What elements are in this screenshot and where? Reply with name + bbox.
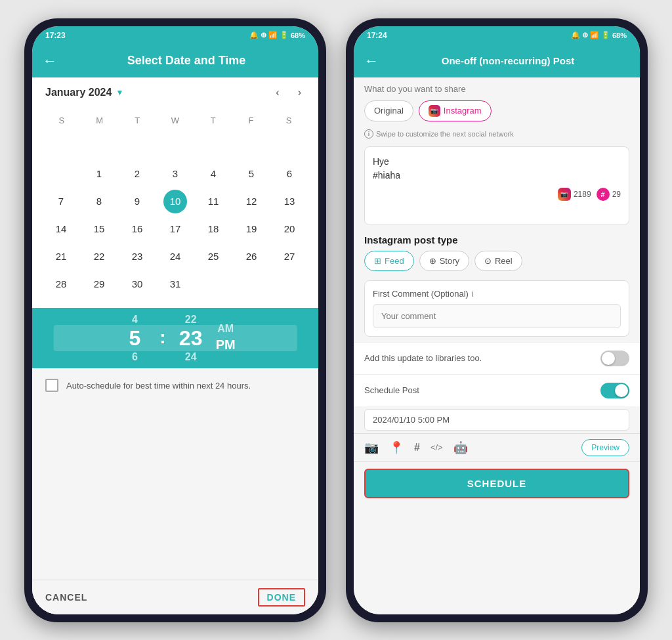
date-field[interactable]: 2024/01/10 5:00 PM [364,409,629,431]
month-label[interactable]: January 2024 ▼ [45,87,123,98]
camera-icon[interactable]: 📷 [364,440,379,455]
day-cell-1[interactable]: 1 [81,161,117,187]
day-cell-24[interactable]: 24 [157,244,194,270]
char-count: 2189 [574,190,591,199]
auto-schedule-checkbox[interactable] [45,379,58,392]
day-cell-12[interactable]: 12 [233,188,270,215]
schedule-button[interactable]: SCHEDULE [364,469,629,498]
day-cell-7[interactable]: 7 [43,188,79,215]
code-icon[interactable]: </> [430,442,443,452]
am-option[interactable]: AM [217,323,234,335]
day-cell-3[interactable]: 3 [157,161,194,187]
day-cell [271,133,308,160]
library-toggle[interactable] [600,351,629,366]
prev-month-button[interactable]: ‹ [272,85,283,100]
day-cell-27[interactable]: 27 [271,244,308,270]
day-cell-19[interactable]: 19 [233,216,270,242]
time-picker[interactable]: 4 5 6 : 22 23 24 AM PM [32,308,318,369]
hour-above: 4 [132,313,138,326]
day-cell-15[interactable]: 15 [81,216,117,242]
instagram-tab[interactable]: 📷 Instagram [419,100,492,121]
original-tab[interactable]: Original [364,100,413,121]
day-header-s2: S [270,113,308,128]
story-tab-label: Story [440,256,459,266]
comment-info-icon: i [472,289,474,299]
instagram-icon: 📷 [429,105,440,117]
done-button[interactable]: DONE [258,588,305,607]
back-button-right[interactable]: ← [364,53,379,70]
post-textarea-wrap[interactable]: Hye #hiaha 📷 2189 # 29 [364,146,629,225]
status-time-left: 17:23 [45,31,66,40]
hash-count-badge: # 29 [597,188,621,201]
day-cell-4[interactable]: 4 [195,161,232,187]
day-cell-21[interactable]: 21 [43,244,79,270]
day-cell-30[interactable]: 30 [119,271,156,297]
swipe-hint: i Swipe to customize the next social net… [354,128,640,144]
day-cell-16[interactable]: 16 [119,216,156,242]
reel-tab[interactable]: ⊙ Reel [474,251,522,271]
day-cell-31[interactable]: 31 [157,271,194,297]
post-stats: 📷 2189 # 29 [373,188,621,201]
schedule-toggle-row: Schedule Post [354,374,640,406]
story-icon: ⊕ [429,256,436,266]
day-cell-29[interactable]: 29 [81,271,117,297]
day-cell-13[interactable]: 13 [271,188,308,215]
day-cell-28[interactable]: 28 [43,271,79,297]
day-header-t1: T [118,113,156,128]
day-cell-14[interactable]: 14 [43,216,79,242]
day-cell [233,133,270,160]
bot-icon[interactable]: 🤖 [453,440,468,455]
day-cell [195,271,232,297]
day-cell-5[interactable]: 5 [233,161,270,187]
cancel-button[interactable]: CANCEL [45,592,87,603]
day-cell-22[interactable]: 22 [81,244,117,270]
min-above: 22 [185,313,197,326]
day-cell [233,271,270,297]
comment-input[interactable] [373,304,621,328]
comment-header-label: First Comment (Optional) [373,289,469,299]
page-title-right: One-off (non-recurring) Post [387,55,629,66]
day-cell-26[interactable]: 26 [233,244,270,270]
day-cell-20[interactable]: 20 [271,216,308,242]
day-cell-9[interactable]: 9 [119,188,156,215]
back-button-left[interactable]: ← [43,53,57,70]
month-dropdown-icon[interactable]: ▼ [116,88,123,97]
day-cell-18[interactable]: 18 [195,216,232,242]
day-cell-25[interactable]: 25 [195,244,232,270]
post-text[interactable]: Hye #hiaha [373,155,621,182]
post-type-section: Instagram post type ⊞ Feed ⊕ Story ⊙ Ree… [354,228,640,275]
feed-tab[interactable]: ⊞ Feed [364,251,414,271]
hashtag-toolbar-icon[interactable]: # [414,442,420,454]
status-icons-left: 🔔 ⊕ 📶 🔋 🕐 ⚙ 📶 📶 📶 🔋 68% 68% [249,31,305,39]
day-cell-11[interactable]: 11 [195,188,232,215]
day-cell-8[interactable]: 8 [81,188,117,215]
story-tab[interactable]: ⊕ Story [419,251,469,271]
schedule-toggle[interactable] [600,383,629,398]
next-month-button[interactable]: › [294,85,305,100]
header-left: ← Select Date and Time [32,45,318,77]
auto-schedule-row[interactable]: Auto-schedule for best time within next … [32,368,318,402]
bottom-bar-left: CANCEL DONE [32,580,318,614]
library-label: Add this update to libraries too. [364,353,482,363]
location-icon[interactable]: 📍 [389,440,404,455]
post-content: What do you want to share Original 📷 Ins… [354,77,640,614]
calendar-content: January 2024 ▼ ‹ › S M T W T F S [32,77,318,614]
day-header-t2: T [194,113,232,128]
left-phone: 17:23 🔔 ⊕ 📶 🔋 🕐 ⚙ 📶 📶 📶 🔋 68% 68% ← Sele… [24,18,326,622]
day-cell-2[interactable]: 2 [119,161,156,187]
comment-section: First Comment (Optional) i [364,280,629,337]
schedule-bar: SCHEDULE [354,461,640,505]
reel-icon: ⊙ [484,256,492,266]
day-cell [195,133,232,160]
status-bar-right: 17:24 🔔 ⊕ 📶 🔋 68% [354,26,640,45]
day-cell [43,133,79,160]
page-title-left: Select Date and Time [65,54,308,68]
preview-button[interactable]: Preview [581,439,629,456]
day-header-s1: S [43,113,81,128]
swipe-hint-text: Swipe to customize the next social netwo… [376,130,514,138]
day-cell-23[interactable]: 23 [119,244,156,270]
day-cell-17[interactable]: 17 [157,216,194,242]
comment-header: First Comment (Optional) i [373,289,621,299]
day-cell-6[interactable]: 6 [271,161,308,187]
day-cell-10[interactable]: 10 [163,190,187,213]
